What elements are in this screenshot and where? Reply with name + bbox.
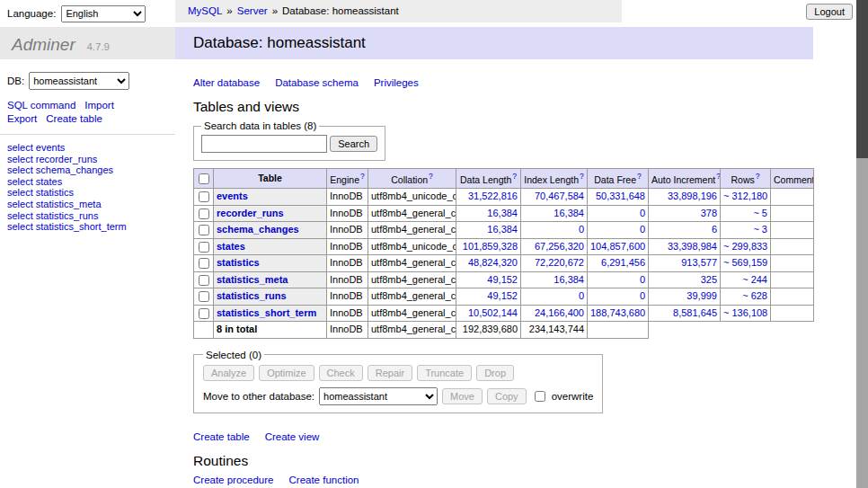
row-select-checkbox[interactable] bbox=[199, 275, 209, 286]
sidebar-table-link[interactable]: select recorder_runs bbox=[7, 154, 97, 164]
search-button[interactable]: Search bbox=[330, 136, 377, 152]
overwrite-label[interactable]: overwrite bbox=[552, 391, 594, 402]
search-input[interactable] bbox=[201, 135, 327, 153]
logout-button[interactable]: Logout bbox=[806, 4, 853, 20]
breadcrumb-mysql-link[interactable]: MySQL bbox=[188, 5, 222, 16]
column-help-link[interactable]: ? bbox=[512, 172, 517, 181]
db-select[interactable]: homeassistant bbox=[29, 72, 129, 90]
routine-link[interactable]: Create function bbox=[289, 475, 359, 485]
data-free-link[interactable]: 0 bbox=[640, 274, 645, 285]
index-length-link[interactable]: 72,220,672 bbox=[535, 257, 584, 268]
column-help-link[interactable]: ? bbox=[580, 172, 584, 181]
rows-link[interactable]: ~ 628 bbox=[742, 290, 767, 301]
bulk-repair-button[interactable]: Repair bbox=[368, 365, 412, 381]
sidebar-table-link[interactable]: select statistics bbox=[7, 187, 74, 198]
auto-increment-link[interactable]: 913,577 bbox=[681, 257, 717, 268]
data-free-link[interactable]: 0 bbox=[640, 224, 645, 235]
rows-link[interactable]: ~ 3 bbox=[753, 224, 767, 235]
data-free-link[interactable]: 6,291,456 bbox=[601, 257, 645, 268]
data-length-link[interactable]: 49,152 bbox=[487, 290, 518, 301]
import-link[interactable]: Import bbox=[84, 100, 114, 111]
index-length-link[interactable]: 16,384 bbox=[554, 274, 584, 285]
column-help-link[interactable]: ? bbox=[429, 172, 433, 181]
move-button[interactable]: Move bbox=[442, 388, 483, 404]
data-length-link[interactable]: 16,384 bbox=[487, 224, 518, 235]
select-all-checkbox[interactable] bbox=[199, 173, 209, 184]
row-select-checkbox[interactable] bbox=[199, 209, 209, 219]
auto-increment-link[interactable]: 33,898,196 bbox=[668, 191, 717, 201]
rows-link[interactable]: ~ 136,108 bbox=[723, 307, 767, 318]
column-help-link[interactable]: ? bbox=[756, 172, 760, 181]
data-free-link[interactable]: 0 bbox=[640, 290, 645, 301]
scrollbar-thumb[interactable] bbox=[856, 0, 868, 158]
data-free-link[interactable]: 0 bbox=[640, 208, 645, 218]
sidebar-table-link[interactable]: select states bbox=[7, 176, 62, 187]
auto-increment-link[interactable]: 378 bbox=[701, 208, 717, 218]
move-db-select[interactable]: homeassistant bbox=[319, 387, 438, 405]
bulk-drop-button[interactable]: Drop bbox=[476, 365, 514, 381]
bulk-analyze-button[interactable]: Analyze bbox=[203, 365, 254, 381]
language-select[interactable]: English bbox=[61, 5, 146, 22]
column-help-link[interactable]: ? bbox=[716, 172, 720, 181]
table-name-link[interactable]: schema_changes bbox=[217, 224, 299, 235]
sidebar-table-link[interactable]: select statistics_short_term bbox=[7, 221, 127, 232]
index-length-link[interactable]: 0 bbox=[579, 290, 584, 301]
overwrite-checkbox[interactable] bbox=[535, 391, 545, 402]
index-length-link[interactable]: 70,467,584 bbox=[535, 191, 584, 201]
bulk-truncate-button[interactable]: Truncate bbox=[417, 365, 472, 381]
table-name-link[interactable]: states bbox=[217, 241, 245, 252]
index-length-link[interactable]: 16,384 bbox=[554, 208, 584, 218]
data-free-link[interactable]: 50,331,648 bbox=[596, 191, 645, 201]
rows-link[interactable]: ~ 299,833 bbox=[723, 241, 767, 252]
row-select-checkbox[interactable] bbox=[199, 191, 209, 202]
auto-increment-link[interactable]: 325 bbox=[701, 274, 717, 285]
rows-link[interactable]: ~ 244 bbox=[742, 274, 767, 285]
column-help-link[interactable]: ? bbox=[360, 172, 365, 181]
routine-link[interactable]: Create procedure bbox=[193, 475, 274, 485]
bulk-optimize-button[interactable]: Optimize bbox=[259, 365, 314, 381]
rows-link[interactable]: ~ 5 bbox=[753, 208, 767, 218]
auto-increment-link[interactable]: 39,999 bbox=[686, 290, 717, 301]
data-free-link[interactable]: 104,857,600 bbox=[590, 241, 645, 252]
table-name-link[interactable]: statistics bbox=[217, 257, 260, 268]
auto-increment-link[interactable]: 8,581,645 bbox=[673, 307, 717, 318]
rows-link[interactable]: ~ 569,159 bbox=[723, 257, 767, 268]
data-length-link[interactable]: 10,502,144 bbox=[468, 307, 518, 318]
sql-command-link[interactable]: SQL command bbox=[7, 100, 75, 111]
row-select-checkbox[interactable] bbox=[199, 308, 209, 319]
breadcrumb-server-link[interactable]: Server bbox=[237, 5, 268, 16]
table-name-link[interactable]: recorder_runs bbox=[217, 208, 284, 218]
nav-link[interactable]: Database schema bbox=[275, 77, 359, 88]
table-name-link[interactable]: events bbox=[217, 191, 248, 201]
auto-increment-link[interactable]: 6 bbox=[712, 224, 717, 235]
rows-link[interactable]: ~ 312,180 bbox=[723, 191, 767, 201]
bulk-check-button[interactable]: Check bbox=[319, 365, 363, 381]
index-length-link[interactable]: 24,166,400 bbox=[535, 307, 584, 318]
sidebar-table-link[interactable]: select schema_changes bbox=[7, 164, 113, 175]
sidebar-table-link[interactable]: select events bbox=[7, 142, 65, 153]
table-name-link[interactable]: statistics_meta bbox=[217, 274, 288, 285]
row-select-checkbox[interactable] bbox=[199, 242, 209, 253]
row-select-checkbox[interactable] bbox=[199, 258, 209, 269]
row-select-checkbox[interactable] bbox=[199, 225, 209, 235]
table-name-link[interactable]: statistics_short_term bbox=[217, 307, 316, 318]
page-scrollbar[interactable] bbox=[856, 0, 868, 488]
create-link[interactable]: Create table bbox=[193, 431, 250, 442]
index-length-link[interactable]: 0 bbox=[579, 224, 584, 235]
copy-button[interactable]: Copy bbox=[487, 388, 527, 404]
data-length-link[interactable]: 31,522,816 bbox=[468, 191, 518, 201]
index-length-link[interactable]: 67,256,320 bbox=[535, 241, 584, 252]
export-link[interactable]: Export bbox=[7, 113, 37, 124]
row-select-checkbox[interactable] bbox=[199, 291, 209, 302]
table-name-link[interactable]: statistics_runs bbox=[217, 290, 287, 301]
data-length-link[interactable]: 101,859,328 bbox=[463, 241, 518, 252]
auto-increment-link[interactable]: 33,398,984 bbox=[668, 241, 717, 252]
create-table-link[interactable]: Create table bbox=[46, 113, 102, 124]
sidebar-table-link[interactable]: select statistics_meta bbox=[7, 199, 102, 209]
data-length-link[interactable]: 49,152 bbox=[487, 274, 518, 285]
create-link[interactable]: Create view bbox=[265, 431, 320, 442]
nav-link[interactable]: Alter database bbox=[193, 77, 260, 88]
data-length-link[interactable]: 16,384 bbox=[487, 208, 518, 218]
nav-link[interactable]: Privileges bbox=[374, 77, 419, 88]
data-free-link[interactable]: 188,743,680 bbox=[590, 307, 645, 318]
